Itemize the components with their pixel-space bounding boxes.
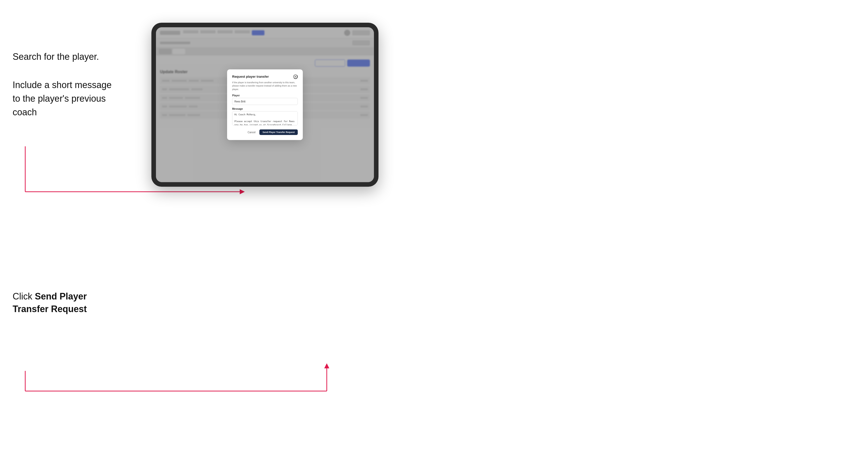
annotation-step3: Click Send Player Transfer Request — [12, 290, 119, 316]
cancel-button[interactable]: Cancel — [246, 130, 257, 135]
message-label: Message — [232, 107, 298, 110]
tablet-device: Update Roster — [151, 23, 378, 187]
svg-marker-6 — [324, 363, 329, 368]
modal-title: Request player transfer — [232, 75, 269, 79]
request-transfer-modal: Request player transfer ✕ If the player … — [227, 69, 303, 140]
tablet-screen: Update Roster — [156, 27, 374, 182]
tablet-container: Update Roster — [151, 23, 378, 187]
modal-header: Request player transfer ✕ — [232, 74, 298, 79]
svg-marker-2 — [240, 189, 245, 194]
player-label: Player — [232, 94, 298, 97]
modal-description: If the player is transferring from anoth… — [232, 81, 298, 91]
modal-footer: Cancel Send Player Transfer Request — [232, 129, 298, 135]
player-input[interactable] — [232, 98, 298, 105]
send-transfer-request-button[interactable]: Send Player Transfer Request — [259, 129, 298, 135]
annotation-step1: Search for the player. — [12, 51, 99, 63]
annotation-step2: Include a short message to the player's … — [12, 78, 112, 119]
message-textarea[interactable]: Hi Coach McHarg, Please accept this tran… — [232, 111, 298, 125]
modal-close-button[interactable]: ✕ — [293, 74, 298, 79]
modal-overlay: Request player transfer ✕ If the player … — [156, 27, 374, 182]
